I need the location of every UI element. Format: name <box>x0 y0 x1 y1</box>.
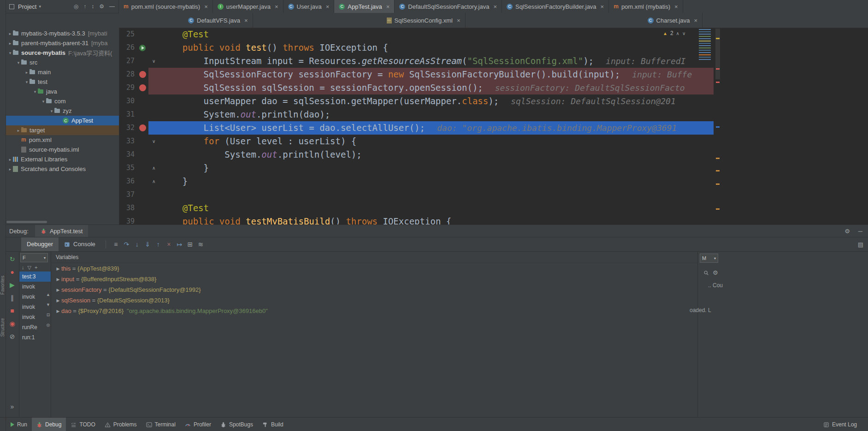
gear-icon[interactable]: ⚙ <box>99 3 104 10</box>
breakpoint-icon[interactable] <box>139 71 146 78</box>
frames-menu-icon[interactable]: ≡ <box>111 241 121 248</box>
run-to-cursor-icon[interactable]: ↦ <box>174 241 185 248</box>
close-icon[interactable]: × <box>601 3 604 10</box>
collapse-all-icon[interactable]: ↑ <box>83 3 86 10</box>
editor-line[interactable]: 29 SqlSession sqlSession = sessionFactor… <box>119 81 714 94</box>
editor-line[interactable]: 26 public void test() throws IOException… <box>119 41 714 54</box>
close-icon[interactable]: × <box>275 3 278 10</box>
chevron-right-icon[interactable]: ▸ <box>7 157 13 162</box>
hide-panel-icon[interactable]: — <box>109 3 115 10</box>
stripe-mark[interactable] <box>716 158 720 159</box>
stripe-mark[interactable] <box>716 183 720 185</box>
memory-view-dropdown[interactable]: M ▾ <box>700 254 718 263</box>
frame-item[interactable]: run:1 <box>19 332 51 342</box>
statusbar-item-profiler[interactable]: Profiler <box>180 418 216 431</box>
locate-icon[interactable]: ◎ <box>74 3 78 10</box>
debug-tab-debugger[interactable]: Debugger <box>21 237 59 251</box>
editor-tab[interactable]: IuserMapper.java× <box>213 0 283 13</box>
tree-item-parent-mybatis-parent-31[interactable]: ▸parent-mybatis-parent-31[myba <box>6 38 119 48</box>
statusbar-item-build[interactable]: Build <box>258 418 288 431</box>
statusbar-item-spotbugs[interactable]: SpotBugs <box>216 418 258 431</box>
chevron-down-icon[interactable]: ▾ <box>32 89 38 94</box>
close-icon[interactable]: × <box>386 3 390 10</box>
prev-warning-icon[interactable]: ∧ <box>676 31 679 36</box>
chevron-right-icon[interactable]: ▶ <box>55 298 61 303</box>
tree-item-pom-xml[interactable]: mpom.xml <box>6 135 119 145</box>
variable-row[interactable]: ▶dao = {$Proxy7@2016}"org.apache.ibatis.… <box>51 306 697 316</box>
statusbar-item-todo[interactable]: TODO <box>66 418 100 431</box>
sort-icon[interactable]: ↕ <box>91 3 94 10</box>
chevron-down-icon[interactable]: ▾ <box>16 60 21 65</box>
frame-item[interactable]: test:3 <box>19 272 51 282</box>
editor-tab[interactable]: mpom.xml (mybatis)× <box>609 0 683 13</box>
chevron-down-icon[interactable]: ▾ <box>41 99 46 104</box>
editor-tab[interactable]: CDefaultVFS.java× <box>183 13 253 28</box>
tree-item-source-mybatis-iml[interactable]: source-mybatis.iml <box>6 145 119 154</box>
scrollbar-thumb[interactable] <box>715 29 720 79</box>
chevron-right-icon[interactable]: ▸ <box>24 70 30 75</box>
chevron-down-icon[interactable]: ▾ <box>49 109 54 113</box>
next-warning-icon[interactable]: ∨ <box>682 31 685 36</box>
tool-window-switcher[interactable] <box>0 418 6 431</box>
editor-line[interactable]: 27∨ InputStream input = Resources.getRes… <box>119 54 714 68</box>
editor-line[interactable]: 33∨ for (User level : userList) { <box>119 135 714 148</box>
editor-line[interactable]: 31 System.out.println(dao); <box>119 108 714 121</box>
stop-icon[interactable]: ■ <box>10 307 14 315</box>
minimize-icon[interactable]: ─ <box>858 228 862 235</box>
scroll-up-icon[interactable]: ▲ <box>46 292 50 297</box>
editor-tab[interactable]: <>SqlSessionConfig.xml× <box>382 13 466 28</box>
sort-frames-icon[interactable]: ↓ <box>22 265 24 271</box>
stripe-button-structure[interactable]: Structure <box>0 318 6 337</box>
trace-icon[interactable]: ≋ <box>195 241 206 248</box>
force-step-into-icon[interactable]: ⇓ <box>142 241 153 248</box>
fold-marker-icon[interactable]: ∨ <box>152 54 155 68</box>
statusbar-item-debug[interactable]: Debug <box>32 418 66 431</box>
stripe-mark[interactable] <box>716 68 720 70</box>
close-icon[interactable]: × <box>457 17 461 24</box>
stripe-mark[interactable] <box>716 170 720 171</box>
tree-item-target[interactable]: ▸target <box>6 125 119 135</box>
chevron-right-icon[interactable]: ▶ <box>55 288 61 292</box>
close-icon[interactable]: × <box>493 3 497 10</box>
tree-item-test[interactable]: ▾test <box>6 77 119 87</box>
horizontal-scrollbar[interactable] <box>6 221 47 223</box>
editor-tab[interactable]: CUser.java× <box>283 0 335 13</box>
mute-breakpoints-icon[interactable]: ⊘ <box>10 333 15 341</box>
breakpoint-icon[interactable] <box>139 84 146 91</box>
resume-icon[interactable]: ▶ <box>10 281 15 289</box>
statusbar-item-terminal[interactable]: Terminal <box>142 418 180 431</box>
drop-frame-icon[interactable]: × <box>164 241 174 248</box>
pause-icon[interactable]: ∥ <box>11 294 14 302</box>
chevron-right-icon[interactable]: ▶ <box>55 277 61 282</box>
editor-line[interactable]: 36∧ } <box>119 175 714 188</box>
chevron-down-icon[interactable]: ▾ <box>24 80 30 84</box>
debug-session-tab[interactable]: AppTest.test <box>35 225 89 237</box>
editor-line[interactable]: 32 List<User> userList = dao.selectAllUs… <box>119 121 714 135</box>
error-stripe[interactable] <box>715 28 720 224</box>
tree-item-source-mybatis[interactable]: ▾source-mybatisF:\java学习资料( <box>6 48 119 58</box>
close-icon[interactable]: × <box>674 3 678 10</box>
chevron-right-icon[interactable]: ▸ <box>7 41 13 46</box>
more-icon[interactable]: » <box>11 403 14 411</box>
fold-marker-icon[interactable]: ∧ <box>152 175 155 188</box>
statusbar-item-event-log[interactable]: Event Log <box>819 418 862 431</box>
scroll-down-icon[interactable]: ▼ <box>46 302 50 307</box>
editor-line[interactable]: 37 <box>119 188 714 201</box>
search-icon[interactable] <box>703 270 709 276</box>
tree-item-main[interactable]: ▸main <box>6 67 119 77</box>
rerun-icon[interactable]: ↻ <box>10 255 15 263</box>
stripe-mark[interactable] <box>716 208 720 210</box>
chevron-down-icon[interactable]: ▾ <box>7 51 13 55</box>
stripe-mark[interactable] <box>716 126 720 128</box>
stripe-button-favorites[interactable]: Favorites <box>0 276 6 295</box>
statusbar-item-run[interactable]: Run <box>6 418 32 431</box>
editor-line[interactable]: 39 public void testMyBatisBuild() throws… <box>119 215 714 224</box>
tree-item-apptest[interactable]: CAppTest <box>6 116 119 125</box>
gear-icon[interactable]: ⚙ <box>713 269 718 276</box>
fold-marker-icon[interactable]: ∨ <box>152 135 155 148</box>
editor-line[interactable]: 38 @Test <box>119 201 714 215</box>
chevron-down-icon[interactable]: ▾ <box>39 4 41 9</box>
variable-row[interactable]: ▶this = {AppTest@839} <box>51 263 697 274</box>
close-icon[interactable]: × <box>326 3 330 10</box>
editor-line[interactable]: 35∧ } <box>119 161 714 175</box>
